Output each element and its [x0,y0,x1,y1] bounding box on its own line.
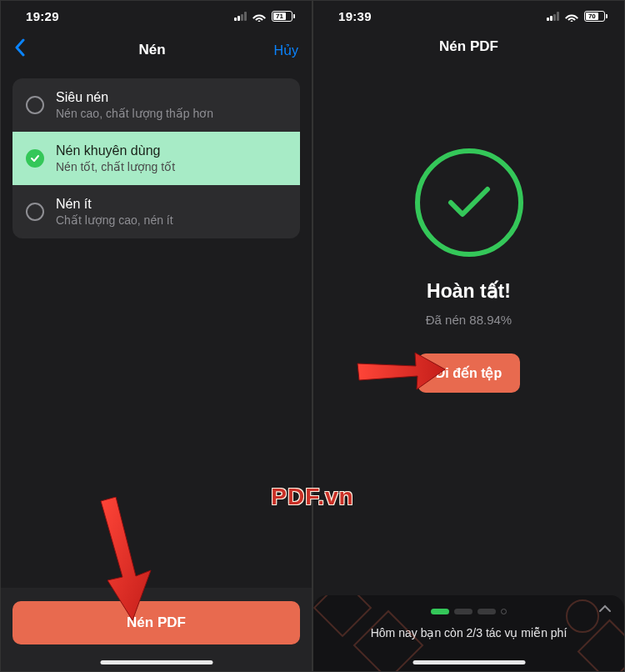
phone-right: 19:39 70 Nén PDF Hoàn tất! Đã nén 88.94%… [312,0,625,672]
option-desc: Chất lượng cao, nén ít [56,213,287,227]
battery-icon: 70 [584,11,608,22]
dot-active [431,609,449,614]
checkmark-icon [446,184,492,221]
dot [454,609,472,614]
option-low-compression[interactable]: Nén ít Chất lượng cao, nén ít [12,185,300,238]
option-title: Nén khuyên dùng [56,143,287,158]
radio-checked-icon [26,149,44,168]
radio-unchecked-icon [26,96,44,114]
home-indicator[interactable] [412,660,525,664]
status-bar: 19:29 71 [1,1,312,28]
success-subtitle: Đã nén 88.94% [426,313,512,327]
signal-icon [234,12,247,21]
banner-dots [325,609,612,614]
watermark: PDF.vn [271,484,353,510]
status-time: 19:29 [26,9,59,23]
dot [501,609,507,614]
nav-bar: Nén Hủy [1,28,312,72]
phone-left: 19:29 71 Nén Hủy Siêu nén Né [0,0,312,672]
option-max-compression[interactable]: Siêu nén Nén cao, chất lượng thấp hơn [12,78,300,132]
home-indicator[interactable] [100,660,212,664]
status-icons: 71 [234,11,295,22]
chevron-up-icon[interactable] [598,602,612,617]
radio-unchecked-icon [26,203,44,221]
banner-text: Hôm nay bạn còn 2/3 tác vụ miễn phí [325,626,612,639]
dot [478,609,496,614]
arrow-annotation-icon [355,351,447,397]
status-icons: 70 [547,11,608,22]
page-title: Nén PDF [313,28,624,65]
success-title: Hoàn tất! [427,280,511,303]
success-panel: Hoàn tất! Đã nén 88.94% Đi đến tệp [313,65,624,393]
wifi-icon [565,12,578,22]
option-title: Siêu nén [56,90,287,105]
signal-icon [547,12,559,21]
arrow-annotation-icon [84,497,159,622]
compression-options: Siêu nén Nén cao, chất lượng thấp hơn Né… [12,78,300,238]
back-button[interactable] [14,38,39,62]
cancel-button[interactable]: Hủy [265,43,298,58]
wifi-icon [252,12,266,22]
page-title: Nén [39,42,265,58]
option-desc: Nén tốt, chất lượng tốt [56,160,287,173]
success-circle-icon [415,148,523,257]
option-desc: Nén cao, chất lượng thấp hơn [56,107,287,120]
status-time: 19:39 [338,9,372,23]
status-bar: 19:39 70 [313,1,624,28]
option-recommended[interactable]: Nén khuyên dùng Nén tốt, chất lượng tốt [12,132,300,185]
option-title: Nén ít [56,197,287,212]
battery-icon: 71 [272,11,295,22]
